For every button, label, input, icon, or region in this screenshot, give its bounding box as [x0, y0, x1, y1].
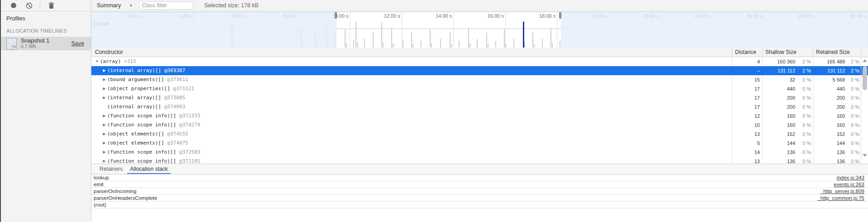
- tab-retainers[interactable]: Retainers: [96, 164, 126, 174]
- scroll-up-arrow[interactable]: [863, 59, 867, 62]
- class-filter-input[interactable]: [139, 1, 193, 10]
- expand-arrow-icon[interactable]: ▶: [101, 75, 107, 84]
- delete-profile-button[interactable]: [47, 1, 56, 10]
- profiles-toolbar: [1, 0, 91, 11]
- source-location-link[interactable]: _http_common.js:75: [817, 195, 864, 202]
- expand-arrow-icon[interactable]: ▶: [101, 66, 107, 75]
- retained-size-percent: 0 %: [845, 148, 859, 157]
- column-header-shallow-size[interactable]: Shallow Size: [765, 48, 797, 57]
- table-row[interactable]: ▶(object elements)[]@374555131520 %1520 …: [91, 130, 868, 139]
- table-row[interactable]: ▶(object elements)[]@37407551440 %1440 %: [91, 139, 868, 148]
- allocation-bar: [346, 43, 347, 48]
- object-id: @374093: [164, 102, 185, 111]
- clear-button[interactable]: [24, 1, 33, 10]
- scroll-down-arrow[interactable]: [863, 154, 867, 157]
- allocation-bar: [357, 43, 358, 48]
- constructor-cell: ▶(internal array)[]@373885: [91, 93, 732, 102]
- save-link[interactable]: Save: [71, 40, 85, 47]
- expand-arrow-icon[interactable]: ▶: [101, 84, 107, 93]
- expand-arrow-icon[interactable]: ▶: [101, 111, 107, 121]
- expand-arrow-icon[interactable]: ▶: [101, 121, 107, 130]
- sidebar-item-snapshot[interactable]: % Snapshot 1 6.7 MB Save: [1, 37, 91, 50]
- tab-allocation-stack[interactable]: Allocation stack: [126, 164, 171, 174]
- expand-arrow-icon[interactable]: ▶: [101, 139, 107, 148]
- shallow-size-percent: 0 %: [795, 93, 811, 102]
- devtools-memory-panel: Summary ▼ Selected size: 178 kB Profiles…: [0, 0, 868, 222]
- shallow-size-value: 144: [764, 139, 795, 148]
- allocation-bar: [430, 29, 431, 48]
- heap-snapshot-icon: %: [6, 38, 17, 49]
- stack-function-name: emit: [94, 181, 104, 188]
- constructor-cell: ▶(object elements)[]@374075: [91, 139, 732, 148]
- source-location-link[interactable]: _http_server.js:809: [821, 188, 864, 195]
- allocation-bar: [393, 43, 394, 48]
- constructor-cell: ▶(function scope info)[]@374279: [91, 121, 732, 130]
- stack-function-name: parserOnHeadersComplete: [94, 195, 157, 202]
- ruler-tick-cell: 16.00 s: [454, 12, 505, 48]
- scrollbar-thumb[interactable]: [863, 66, 867, 90]
- expand-arrow-icon[interactable]: ▶: [101, 93, 107, 102]
- allocation-bar: [560, 41, 560, 48]
- allocation-bar: [534, 44, 535, 48]
- column-header-distance[interactable]: Distance: [735, 48, 756, 57]
- table-row[interactable]: ▼(array)×3154160 3602 %165 4882 %: [91, 57, 868, 66]
- table-row[interactable]: ▶(function scope info)[]@372333121600 %1…: [91, 111, 868, 121]
- allocation-timeline[interactable]: 2.00 s4.00 s6.00 s8.00 s10.00 s12.00 s14…: [91, 12, 868, 48]
- constructor-name: (function scope info)[]: [107, 121, 176, 130]
- allocation-bar: [459, 41, 460, 48]
- constructor-name: (internal array)[]: [107, 102, 161, 111]
- allocation-bar: [532, 33, 533, 48]
- collapse-arrow-icon[interactable]: ▼: [94, 57, 100, 66]
- source-location-link[interactable]: events.js:263: [834, 181, 864, 188]
- expand-arrow-icon[interactable]: ▶: [101, 130, 107, 139]
- table-row[interactable]: ▶(bound arguments)[]@37361115320 %5 5680…: [91, 75, 868, 84]
- constructor-cell: ▶(function scope info)[]@372101: [91, 157, 732, 164]
- selection-handle-right[interactable]: [559, 12, 561, 19]
- allocation-bar: [391, 28, 392, 48]
- table-row[interactable]: ▶(internal array)[]@369387–131 1122 %131…: [91, 66, 868, 75]
- chevron-down-icon: ▼: [129, 4, 133, 8]
- constructor-cell: ▶(object properties)[]@371121: [91, 84, 732, 93]
- retained-size-value: 200: [814, 102, 845, 111]
- perspective-select[interactable]: Summary ▼: [95, 1, 134, 10]
- record-button[interactable]: [9, 1, 18, 10]
- table-row[interactable]: (internal array)[]@374093172000 %2000 %: [91, 102, 868, 111]
- shallow-size-percent: 0 %: [795, 139, 811, 148]
- table-row[interactable]: ▶(object properties)[]@371121174400 %440…: [91, 84, 868, 93]
- distance-value: 13: [734, 130, 760, 139]
- constructor-cell: ▶(function scope info)[]@372583: [91, 148, 732, 157]
- stack-function-name: (root): [94, 202, 106, 208]
- column-header-constructor[interactable]: Constructor: [95, 48, 123, 57]
- retained-size-percent: 0 %: [845, 121, 859, 130]
- table-row[interactable]: ▶(internal array)[]@373885172000 %2000 %: [91, 93, 868, 102]
- source-location-link[interactable]: index.js:343: [837, 174, 864, 181]
- retained-size-value: 152: [814, 130, 845, 139]
- constructor-name: (internal array)[]: [107, 66, 161, 75]
- shallow-size-value: 136: [764, 148, 795, 157]
- allocation-bar: [495, 41, 496, 48]
- allocation-bar: [431, 43, 432, 48]
- table-row[interactable]: ▶(function scope info)[]@374279101600 %1…: [91, 121, 868, 130]
- constructor-name: (object elements)[]: [107, 139, 164, 148]
- object-id: @369387: [164, 66, 185, 75]
- expand-arrow-icon[interactable]: ▶: [101, 157, 107, 164]
- allocation-bar: [552, 43, 553, 48]
- shallow-size-percent: 0 %: [795, 148, 811, 157]
- object-id: @372101: [179, 157, 200, 164]
- object-id: ×315: [124, 57, 136, 66]
- unselected-range-left: [91, 12, 337, 48]
- ruler-label: 12.00 s: [384, 13, 400, 19]
- column-header-retained-size[interactable]: Retained Size: [816, 48, 850, 57]
- allocation-bar: [403, 39, 403, 48]
- retained-size-value: 136: [814, 148, 845, 157]
- selection-handle-left[interactable]: [335, 12, 337, 19]
- distance-value: 17: [734, 84, 760, 93]
- expand-arrow-icon[interactable]: ▶: [101, 148, 107, 157]
- allocation-bar: [550, 28, 551, 48]
- allocation-bar: [477, 39, 478, 48]
- allocation-bar: [488, 44, 489, 48]
- table-row[interactable]: ▶(function scope info)[]@372583141360 %1…: [91, 148, 868, 157]
- table-row[interactable]: ▶(function scope info)[]@372101131360 %1…: [91, 157, 868, 164]
- allocation-bar: [542, 39, 543, 48]
- allocation-bar: [421, 41, 422, 48]
